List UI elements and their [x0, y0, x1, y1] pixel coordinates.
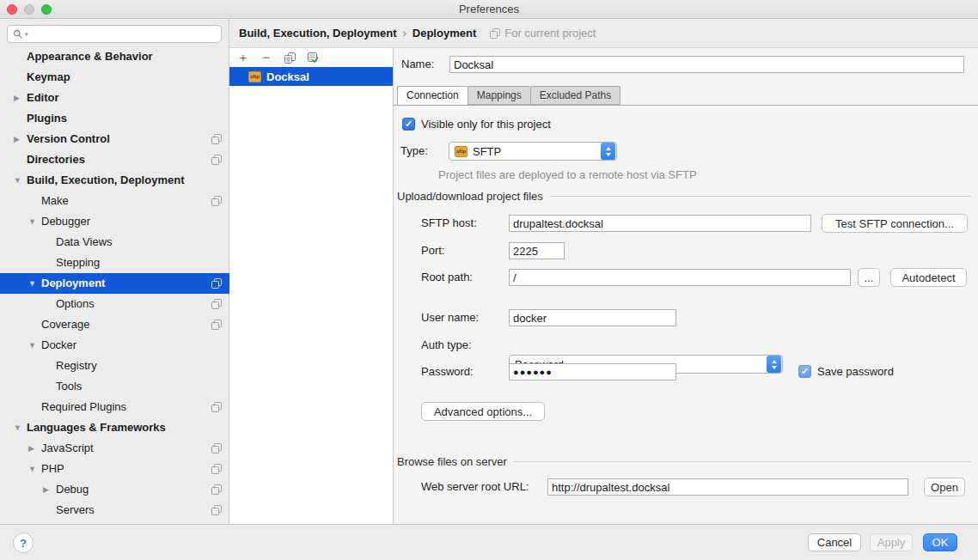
scope-label: For current project — [504, 27, 596, 40]
server-name: Docksal — [266, 70, 309, 83]
remove-server-button[interactable]: − — [260, 52, 272, 64]
chevron-expanded-icon[interactable]: ▼ — [28, 459, 36, 479]
minimize-window-button[interactable] — [24, 4, 34, 15]
chevron-collapsed-icon[interactable]: ▶ — [43, 479, 49, 500]
chevron-collapsed-icon[interactable]: ▶ — [28, 438, 34, 459]
test-sftp-connection-button[interactable]: Test SFTP connection... — [822, 214, 968, 233]
server-list-item-docksal[interactable]: sftp Docksal — [229, 67, 393, 86]
zoom-window-button[interactable] — [41, 4, 52, 15]
sidebar-item-registry[interactable]: Registry — [0, 356, 229, 376]
dropdown-stepper-icon — [601, 143, 615, 160]
chevron-collapsed-icon[interactable]: ▶ — [14, 88, 20, 108]
sftp-type-icon: sftp — [455, 146, 468, 157]
sidebar-item-tools[interactable]: Tools — [0, 376, 229, 397]
checkbox-checked-icon: ✓ — [402, 118, 415, 131]
current-project-icon — [211, 464, 222, 474]
cancel-button[interactable]: Cancel — [808, 533, 861, 551]
sidebar-item-docker[interactable]: ▼Docker — [0, 335, 229, 356]
sidebar-item-label: Deployment — [0, 277, 105, 289]
sidebar-item-plugins[interactable]: Plugins — [0, 108, 229, 129]
sidebar-item-debug[interactable]: ▶Debug — [0, 479, 229, 500]
sidebar-item-keymap[interactable]: Keymap — [0, 67, 229, 88]
tabbar: ConnectionMappingsExcluded Paths — [394, 86, 978, 106]
type-dropdown[interactable]: sftp SFTP — [449, 142, 617, 161]
sidebar-item-label: Docker — [0, 338, 76, 351]
sidebar-item-servers[interactable]: Servers — [0, 500, 229, 520]
type-label: Type: — [400, 142, 428, 161]
chevron-collapsed-icon[interactable]: ▶ — [14, 129, 20, 149]
sidebar-item-coverage[interactable]: Coverage — [0, 314, 229, 335]
current-project-icon — [211, 196, 222, 206]
dropdown-stepper-icon — [767, 356, 781, 373]
current-project-icon — [211, 299, 222, 309]
sidebar-item-debugger[interactable]: ▼Debugger — [0, 211, 229, 232]
current-project-icon — [211, 155, 222, 165]
advanced-options-button[interactable]: Advanced options... — [421, 402, 545, 421]
user-name-input[interactable] — [509, 309, 676, 326]
sidebar-item-build-execution-deployment[interactable]: ▼Build, Execution, Deployment — [0, 170, 229, 191]
root-path-label: Root path: — [421, 269, 473, 286]
close-window-button[interactable] — [7, 4, 17, 15]
visible-only-checkbox[interactable]: ✓ — [402, 118, 415, 131]
sidebar-item-stepping[interactable]: Stepping — [0, 253, 229, 273]
chevron-expanded-icon[interactable]: ▼ — [28, 211, 36, 232]
browse-root-path-button[interactable]: ... — [858, 268, 880, 287]
apply-button[interactable]: Apply — [870, 533, 913, 551]
root-path-input[interactable] — [509, 269, 851, 286]
sidebar-item-version-control[interactable]: ▶Version Control — [0, 129, 229, 149]
port-label: Port: — [421, 242, 444, 259]
sidebar-item-label: Required Plugins — [0, 400, 126, 413]
user-name-label: User name: — [421, 309, 479, 326]
chevron-expanded-icon[interactable]: ▼ — [28, 335, 36, 356]
search-input[interactable] — [30, 27, 216, 40]
tab-mappings[interactable]: Mappings — [468, 86, 530, 105]
current-project-icon — [211, 402, 222, 412]
sidebar-item-label: Debugger — [0, 215, 90, 228]
sidebar-item-options[interactable]: Options — [0, 294, 229, 314]
sidebar-item-appearance-behavior[interactable]: Appearance & Behavior — [0, 46, 229, 67]
name-input[interactable] — [449, 56, 964, 73]
deployment-form: Name: ConnectionMappingsExcluded Paths ✓… — [394, 48, 978, 524]
sidebar-item-label: Editor — [0, 91, 59, 104]
use-as-default-button[interactable] — [307, 52, 319, 64]
add-server-button[interactable]: + — [237, 52, 249, 64]
preferences-window: Preferences ▾ Appearance & BehaviorKeyma… — [0, 0, 978, 560]
sidebar-item-label: Options — [0, 297, 95, 310]
sidebar-item-php[interactable]: ▼PHP — [0, 459, 229, 479]
settings-tree: Appearance & BehaviorKeymap▶EditorPlugin… — [0, 46, 229, 520]
sidebar-item-javascript[interactable]: ▶JavaScript — [0, 438, 229, 459]
port-input[interactable] — [509, 242, 565, 259]
web-root-input[interactable] — [547, 478, 908, 496]
sidebar-item-data-views[interactable]: Data Views — [0, 232, 229, 253]
settings-sidebar: ▾ Appearance & BehaviorKeymap▶EditorPlug… — [0, 19, 229, 524]
chevron-expanded-icon[interactable]: ▼ — [14, 170, 21, 191]
sidebar-item-languages-frameworks[interactable]: ▼Languages & Frameworks — [0, 417, 229, 438]
window-title: Preferences — [459, 3, 519, 15]
chevron-expanded-icon[interactable]: ▼ — [28, 273, 36, 294]
password-label: Password: — [421, 363, 474, 380]
search-options-caret-icon[interactable]: ▾ — [25, 31, 28, 38]
sftp-host-input[interactable] — [509, 215, 811, 232]
help-button[interactable]: ? — [13, 533, 34, 553]
copy-icon — [284, 52, 296, 64]
copy-server-button[interactable] — [284, 52, 296, 64]
ok-button[interactable]: OK — [923, 533, 957, 551]
name-label: Name: — [401, 56, 434, 73]
sidebar-item-label: Build, Execution, Deployment — [0, 173, 184, 186]
auth-type-label: Auth type: — [421, 336, 472, 355]
tab-excluded-paths[interactable]: Excluded Paths — [530, 86, 620, 105]
scope-indicator: For current project — [490, 27, 596, 40]
sidebar-item-make[interactable]: Make — [0, 191, 229, 211]
sidebar-item-required-plugins[interactable]: Required Plugins — [0, 397, 229, 417]
password-input[interactable] — [509, 363, 676, 380]
sidebar-item-directories[interactable]: Directories — [0, 149, 229, 170]
sidebar-item-deployment[interactable]: ▼Deployment — [0, 273, 229, 294]
autodetect-button[interactable]: Autodetect — [890, 268, 967, 287]
section-rule — [514, 461, 971, 462]
tab-connection[interactable]: Connection — [397, 86, 468, 106]
chevron-expanded-icon[interactable]: ▼ — [14, 417, 21, 438]
settings-search-box[interactable]: ▾ — [7, 25, 222, 43]
save-password-checkbox[interactable]: ✓ — [798, 365, 811, 378]
sidebar-item-editor[interactable]: ▶Editor — [0, 88, 229, 108]
open-url-button[interactable]: Open — [924, 478, 965, 496]
